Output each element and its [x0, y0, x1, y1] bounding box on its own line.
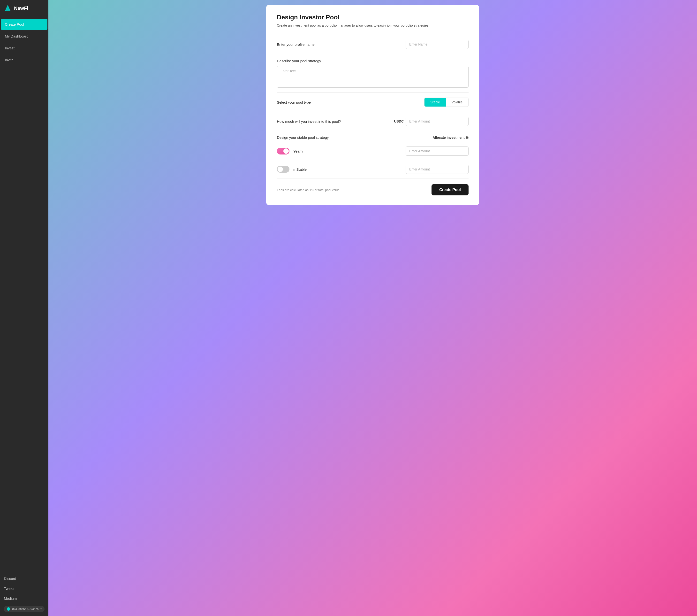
- strategy-design-header: Design your stable pool strategy Allocat…: [277, 131, 469, 142]
- profile-name-row: Enter your profile name: [277, 35, 469, 54]
- wallet-bar[interactable]: 0x393nd5n3...93e75 ▾: [4, 606, 45, 612]
- medium-link[interactable]: Medium: [4, 594, 45, 603]
- strategy-description-row: Describe your pool strategy: [277, 54, 469, 93]
- invest-amount-group: USDC: [394, 117, 469, 126]
- fees-text: Fees are calculated as 1% of total pool …: [277, 188, 340, 192]
- yearn-protocol-left: Yearn: [277, 148, 303, 155]
- strategy-design-label: Design your stable pool strategy: [277, 135, 329, 140]
- strategy-description-label: Describe your pool strategy: [277, 59, 325, 63]
- main-area: Design Investor Pool Create an investmen…: [48, 0, 697, 616]
- profile-name-label: Enter your profile name: [277, 42, 325, 46]
- logo-text: NewFi: [14, 5, 28, 11]
- mstable-label: mStable: [293, 167, 307, 172]
- chevron-down-icon: ▾: [41, 607, 42, 611]
- strategy-description-input[interactable]: [277, 66, 469, 88]
- currency-usdc-label: USDC: [394, 119, 404, 123]
- card-footer: Fees are calculated as 1% of total pool …: [277, 178, 469, 195]
- mstable-amount-input[interactable]: [405, 165, 469, 174]
- yearn-slider: [277, 148, 290, 155]
- wallet-status-dot: [7, 607, 10, 611]
- pool-type-toggle-group: Stable Volatile: [424, 98, 469, 107]
- logo-icon: [4, 4, 12, 12]
- create-pool-button[interactable]: Create Pool: [431, 184, 469, 195]
- invest-amount-label: How much will you invest into this pool?: [277, 119, 341, 123]
- invest-amount-input[interactable]: [405, 117, 469, 126]
- wallet-address: 0x393nd5n3...93e75: [12, 607, 39, 611]
- twitter-link[interactable]: Twitter: [4, 584, 45, 593]
- yearn-amount-input[interactable]: [405, 146, 469, 156]
- allocate-label: Allocate investment %: [432, 136, 469, 140]
- sidebar-nav: Create Pool My Dashboard Invest Invite: [0, 16, 48, 570]
- sidebar-item-create-pool[interactable]: Create Pool: [1, 19, 47, 30]
- pool-type-label: Select your pool type: [277, 100, 325, 104]
- card-subtitle: Create an investment pool as a portfolio…: [277, 23, 469, 28]
- yearn-label: Yearn: [293, 149, 303, 153]
- sidebar-item-invite[interactable]: Invite: [1, 55, 47, 65]
- sidebar: NewFi Create Pool My Dashboard Invest In…: [0, 0, 48, 616]
- mstable-slider: [277, 166, 290, 173]
- pool-type-volatile-button[interactable]: Volatile: [446, 98, 468, 106]
- yearn-toggle[interactable]: [277, 148, 290, 155]
- sidebar-item-invest[interactable]: Invest: [1, 43, 47, 54]
- sidebar-bottom: Discord Twitter Medium 0x393nd5n3...93e7…: [0, 570, 48, 616]
- design-pool-card: Design Investor Pool Create an investmen…: [266, 5, 479, 205]
- pool-type-stable-button[interactable]: Stable: [425, 98, 446, 106]
- invest-amount-row: How much will you invest into this pool?…: [277, 112, 469, 131]
- mstable-protocol-left: mStable: [277, 166, 307, 173]
- card-title: Design Investor Pool: [277, 14, 469, 21]
- discord-link[interactable]: Discord: [4, 574, 45, 583]
- logo-area: NewFi: [0, 0, 48, 16]
- yearn-protocol-row: Yearn: [277, 142, 469, 160]
- pool-type-row: Select your pool type Stable Volatile: [277, 93, 469, 112]
- mstable-protocol-row: mStable: [277, 160, 469, 178]
- sidebar-item-my-dashboard[interactable]: My Dashboard: [1, 31, 47, 42]
- mstable-toggle[interactable]: [277, 166, 290, 173]
- profile-name-input[interactable]: [405, 40, 469, 49]
